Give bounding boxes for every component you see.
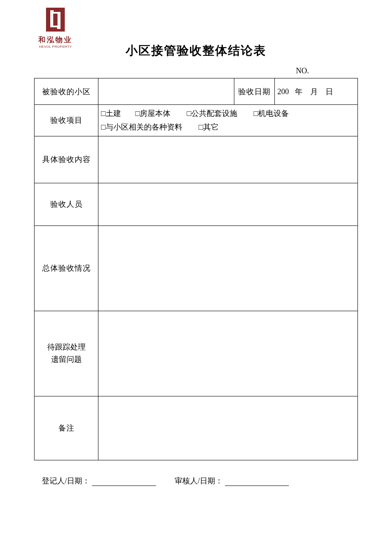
field-overall-status[interactable] <box>98 225 358 311</box>
svg-rect-4 <box>53 14 58 26</box>
signature-footer: 登记人/日期： 审核人/日期： <box>34 476 358 486</box>
checkbox-related-materials[interactable]: □与小区相关的各种资料 <box>101 120 182 134</box>
field-community[interactable] <box>98 78 234 105</box>
logo-text-en: HEVOL PROPERTY <box>38 45 72 49</box>
acceptance-form-table: 被验收的小区 验收日期 200 年 月 日 验收项目 □土建 □房屋本体 □公共… <box>34 78 358 460</box>
label-acceptance-items: 验收项目 <box>35 105 98 136</box>
field-remarks[interactable] <box>98 396 358 460</box>
label-registrar: 登记人/日期： <box>42 477 90 485</box>
field-reviewer-signature[interactable] <box>225 486 289 486</box>
field-pending-issues[interactable] <box>98 311 358 396</box>
svg-rect-2 <box>46 8 65 12</box>
label-pending-issues: 待跟踪处理 遗留问题 <box>35 311 98 396</box>
label-remarks: 备注 <box>35 396 98 460</box>
label-acceptance-date: 验收日期 <box>234 78 275 105</box>
page-title: 小区接管验收整体结论表 <box>34 43 358 59</box>
label-reviewer: 审核人/日期： <box>175 477 223 485</box>
label-overall-status: 总体验收情况 <box>35 225 98 311</box>
company-logo: 和泓物业 HEVOL PROPERTY <box>38 8 72 49</box>
field-acceptance-items: □土建 □房屋本体 □公共配套设施 □机电设备 □与小区相关的各种资料 □其它 <box>98 105 358 136</box>
label-community: 被验收的小区 <box>35 78 98 105</box>
label-inspectors: 验收人员 <box>35 183 98 225</box>
field-acceptance-date[interactable]: 200 年 月 日 <box>275 78 358 105</box>
label-pending-issues-line2: 遗留问题 <box>51 355 82 364</box>
field-specific-content[interactable] <box>98 136 358 183</box>
field-inspectors[interactable] <box>98 183 358 225</box>
checkbox-public-facilities[interactable]: □公共配套设施 <box>187 107 237 120</box>
field-registrar-signature[interactable] <box>92 486 156 486</box>
date-value: 200 年 月 日 <box>277 87 333 97</box>
document-number-label: NO. <box>34 66 358 75</box>
logo-text-cn: 和泓物业 <box>38 35 72 45</box>
svg-rect-3 <box>46 27 65 32</box>
checkbox-electromechanical[interactable]: □机电设备 <box>254 107 289 120</box>
logo-icon <box>43 8 67 32</box>
label-specific-content: 具体验收内容 <box>35 136 98 183</box>
checkbox-building-body[interactable]: □房屋本体 <box>135 107 170 120</box>
svg-rect-6 <box>57 26 61 29</box>
svg-rect-5 <box>50 10 54 14</box>
checkbox-other[interactable]: □其它 <box>199 120 219 134</box>
label-pending-issues-line1: 待跟踪处理 <box>47 343 86 351</box>
checkbox-civil-construction[interactable]: □土建 <box>101 107 121 120</box>
